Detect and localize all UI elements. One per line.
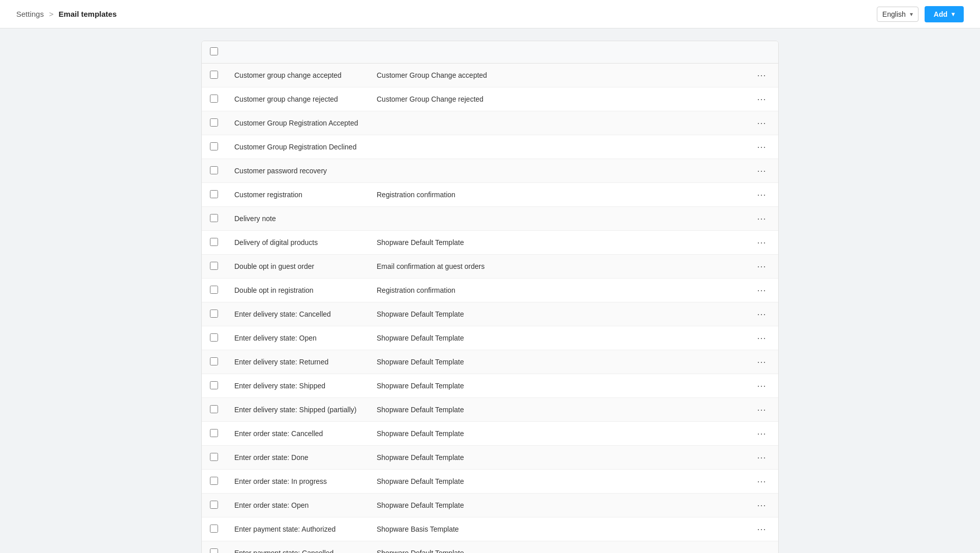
email-templates-card: Customer group change accepted Customer … [201, 41, 779, 553]
row-checkbox[interactable] [210, 405, 218, 413]
row-checkbox[interactable] [210, 214, 218, 222]
row-menu-button[interactable]: ⋯ [753, 546, 770, 553]
table-row: Double opt in guest order Email confirma… [202, 255, 778, 279]
row-menu-button[interactable]: ⋯ [753, 379, 770, 392]
language-label: English [882, 10, 906, 18]
row-checkbox-cell [202, 517, 226, 541]
table-row: Enter delivery state: Open Shopware Defa… [202, 326, 778, 350]
add-button-chevron-icon: ▾ [952, 11, 955, 18]
row-actions: ⋯ [745, 207, 778, 231]
row-checkbox[interactable] [210, 333, 218, 342]
row-menu-button[interactable]: ⋯ [753, 212, 770, 225]
row-checkbox-cell [202, 302, 226, 326]
select-all-checkbox[interactable] [210, 47, 218, 55]
row-checkbox[interactable] [210, 95, 218, 103]
row-checkbox[interactable] [210, 262, 218, 270]
row-extra [704, 87, 745, 111]
table-row: Double opt in registration Registration … [202, 279, 778, 302]
row-checkbox-cell [202, 279, 226, 302]
row-menu-button[interactable]: ⋯ [753, 93, 770, 106]
row-menu-button[interactable]: ⋯ [753, 284, 770, 297]
table-row: Delivery note ⋯ [202, 207, 778, 231]
table-row: Customer registration Registration confi… [202, 183, 778, 207]
row-checkbox[interactable] [210, 286, 218, 294]
row-checkbox[interactable] [210, 477, 218, 485]
row-checkbox[interactable] [210, 238, 218, 246]
row-actions: ⋯ [745, 494, 778, 517]
row-checkbox[interactable] [210, 310, 218, 318]
table-row: Customer group change rejected Customer … [202, 87, 778, 111]
row-extra [704, 422, 745, 446]
row-extra [704, 279, 745, 302]
row-name: Enter delivery state: Shipped [226, 374, 369, 398]
row-checkbox[interactable] [210, 453, 218, 461]
row-checkbox[interactable] [210, 190, 218, 198]
row-template: Shopware Default Template [369, 302, 704, 326]
row-extra [704, 302, 745, 326]
row-menu-button[interactable]: ⋯ [753, 308, 770, 321]
row-checkbox-cell [202, 159, 226, 183]
table-row: Enter delivery state: Shipped (partially… [202, 398, 778, 422]
row-name: Enter order state: Done [226, 446, 369, 470]
row-menu-button[interactable]: ⋯ [753, 451, 770, 464]
row-checkbox[interactable] [210, 71, 218, 79]
row-menu-button[interactable]: ⋯ [753, 403, 770, 416]
row-menu-button[interactable]: ⋯ [753, 475, 770, 488]
row-checkbox[interactable] [210, 357, 218, 365]
row-actions: ⋯ [745, 374, 778, 398]
breadcrumb-separator: > [49, 10, 53, 18]
row-template: Registration confirmation [369, 183, 704, 207]
row-actions: ⋯ [745, 111, 778, 135]
row-name: Customer Group Registration Declined [226, 135, 369, 159]
row-menu-button[interactable]: ⋯ [753, 355, 770, 368]
table-row: Enter delivery state: Shipped Shopware D… [202, 374, 778, 398]
row-menu-button[interactable]: ⋯ [753, 188, 770, 201]
row-extra [704, 135, 745, 159]
row-menu-button[interactable]: ⋯ [753, 69, 770, 82]
row-extra [704, 517, 745, 541]
row-menu-button[interactable]: ⋯ [753, 140, 770, 153]
row-checkbox[interactable] [210, 381, 218, 389]
row-checkbox[interactable] [210, 548, 218, 554]
row-checkbox[interactable] [210, 142, 218, 150]
breadcrumb: Settings > Email templates [16, 10, 117, 18]
row-checkbox[interactable] [210, 501, 218, 509]
row-menu-button[interactable]: ⋯ [753, 331, 770, 345]
row-menu-button[interactable]: ⋯ [753, 523, 770, 536]
row-actions: ⋯ [745, 302, 778, 326]
row-name: Enter payment state: Authorized [226, 517, 369, 541]
row-extra [704, 398, 745, 422]
row-checkbox[interactable] [210, 429, 218, 437]
breadcrumb-settings[interactable]: Settings [16, 10, 44, 18]
row-template [369, 111, 704, 135]
row-menu-button[interactable]: ⋯ [753, 427, 770, 440]
row-menu-button[interactable]: ⋯ [753, 116, 770, 130]
row-actions: ⋯ [745, 517, 778, 541]
row-menu-button[interactable]: ⋯ [753, 499, 770, 512]
add-button[interactable]: Add ▾ [925, 6, 964, 22]
row-checkbox-cell [202, 111, 226, 135]
row-template [369, 159, 704, 183]
row-menu-button[interactable]: ⋯ [753, 164, 770, 177]
row-extra [704, 159, 745, 183]
row-template: Shopware Default Template [369, 398, 704, 422]
language-selector[interactable]: English ▾ [877, 7, 918, 22]
row-actions: ⋯ [745, 398, 778, 422]
row-name: Enter order state: In progress [226, 470, 369, 494]
name-column-header [226, 41, 369, 64]
row-checkbox[interactable] [210, 118, 218, 127]
row-actions: ⋯ [745, 64, 778, 87]
row-actions: ⋯ [745, 470, 778, 494]
table-row: Enter delivery state: Cancelled Shopware… [202, 302, 778, 326]
row-name: Enter delivery state: Open [226, 326, 369, 350]
row-menu-button[interactable]: ⋯ [753, 236, 770, 249]
row-checkbox[interactable] [210, 166, 218, 174]
extra-column-header [704, 41, 745, 64]
row-checkbox[interactable] [210, 525, 218, 533]
row-template [369, 207, 704, 231]
row-name: Enter delivery state: Shipped (partially… [226, 398, 369, 422]
row-menu-button[interactable]: ⋯ [753, 260, 770, 273]
add-button-label: Add [934, 10, 947, 18]
row-actions: ⋯ [745, 541, 778, 554]
row-name: Enter delivery state: Cancelled [226, 302, 369, 326]
